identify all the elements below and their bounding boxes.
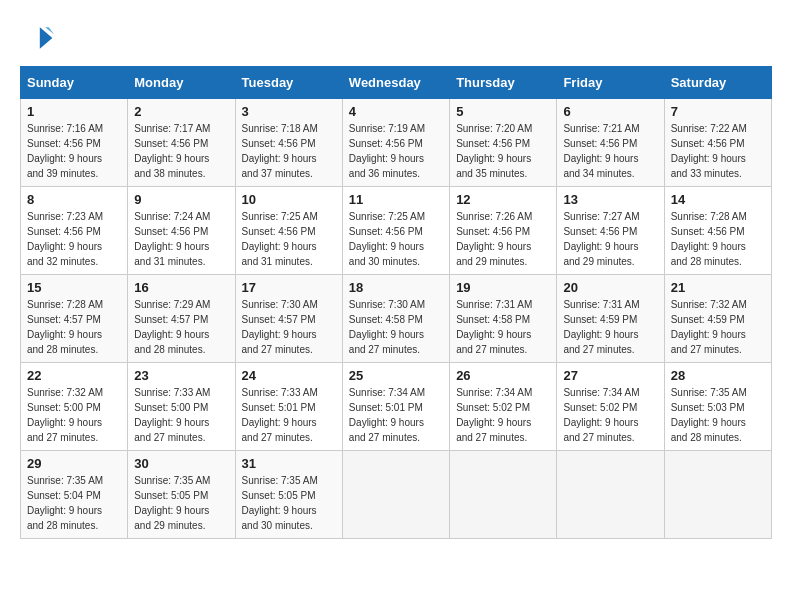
calendar-cell: 26 Sunrise: 7:34 AMSunset: 5:02 PMDaylig… — [450, 363, 557, 451]
day-number: 16 — [134, 280, 228, 295]
logo-icon — [20, 20, 56, 56]
day-detail: Sunrise: 7:30 AMSunset: 4:58 PMDaylight:… — [349, 299, 425, 355]
day-number: 21 — [671, 280, 765, 295]
day-number: 12 — [456, 192, 550, 207]
day-number: 30 — [134, 456, 228, 471]
day-detail: Sunrise: 7:32 AMSunset: 5:00 PMDaylight:… — [27, 387, 103, 443]
calendar-cell: 6 Sunrise: 7:21 AMSunset: 4:56 PMDayligh… — [557, 99, 664, 187]
day-detail: Sunrise: 7:22 AMSunset: 4:56 PMDaylight:… — [671, 123, 747, 179]
day-number: 1 — [27, 104, 121, 119]
day-detail: Sunrise: 7:19 AMSunset: 4:56 PMDaylight:… — [349, 123, 425, 179]
calendar-cell: 29 Sunrise: 7:35 AMSunset: 5:04 PMDaylig… — [21, 451, 128, 539]
calendar-cell: 5 Sunrise: 7:20 AMSunset: 4:56 PMDayligh… — [450, 99, 557, 187]
calendar-cell: 10 Sunrise: 7:25 AMSunset: 4:56 PMDaylig… — [235, 187, 342, 275]
day-detail: Sunrise: 7:31 AMSunset: 4:58 PMDaylight:… — [456, 299, 532, 355]
calendar-cell: 18 Sunrise: 7:30 AMSunset: 4:58 PMDaylig… — [342, 275, 449, 363]
calendar-cell: 13 Sunrise: 7:27 AMSunset: 4:56 PMDaylig… — [557, 187, 664, 275]
calendar-cell: 9 Sunrise: 7:24 AMSunset: 4:56 PMDayligh… — [128, 187, 235, 275]
calendar-cell: 24 Sunrise: 7:33 AMSunset: 5:01 PMDaylig… — [235, 363, 342, 451]
day-detail: Sunrise: 7:18 AMSunset: 4:56 PMDaylight:… — [242, 123, 318, 179]
day-detail: Sunrise: 7:30 AMSunset: 4:57 PMDaylight:… — [242, 299, 318, 355]
day-detail: Sunrise: 7:35 AMSunset: 5:03 PMDaylight:… — [671, 387, 747, 443]
day-number: 24 — [242, 368, 336, 383]
header-day-monday: Monday — [128, 67, 235, 99]
day-number: 5 — [456, 104, 550, 119]
calendar-cell: 3 Sunrise: 7:18 AMSunset: 4:56 PMDayligh… — [235, 99, 342, 187]
day-detail: Sunrise: 7:34 AMSunset: 5:02 PMDaylight:… — [456, 387, 532, 443]
header-day-friday: Friday — [557, 67, 664, 99]
header-day-saturday: Saturday — [664, 67, 771, 99]
page-header — [20, 20, 772, 56]
calendar-cell — [557, 451, 664, 539]
day-number: 18 — [349, 280, 443, 295]
header-day-sunday: Sunday — [21, 67, 128, 99]
day-detail: Sunrise: 7:25 AMSunset: 4:56 PMDaylight:… — [242, 211, 318, 267]
day-detail: Sunrise: 7:27 AMSunset: 4:56 PMDaylight:… — [563, 211, 639, 267]
calendar-cell — [664, 451, 771, 539]
day-detail: Sunrise: 7:28 AMSunset: 4:57 PMDaylight:… — [27, 299, 103, 355]
calendar-cell: 11 Sunrise: 7:25 AMSunset: 4:56 PMDaylig… — [342, 187, 449, 275]
calendar-cell: 17 Sunrise: 7:30 AMSunset: 4:57 PMDaylig… — [235, 275, 342, 363]
calendar-week-1: 1 Sunrise: 7:16 AMSunset: 4:56 PMDayligh… — [21, 99, 772, 187]
day-number: 8 — [27, 192, 121, 207]
calendar-cell: 15 Sunrise: 7:28 AMSunset: 4:57 PMDaylig… — [21, 275, 128, 363]
day-detail: Sunrise: 7:24 AMSunset: 4:56 PMDaylight:… — [134, 211, 210, 267]
calendar-cell: 12 Sunrise: 7:26 AMSunset: 4:56 PMDaylig… — [450, 187, 557, 275]
day-detail: Sunrise: 7:25 AMSunset: 4:56 PMDaylight:… — [349, 211, 425, 267]
calendar-cell: 27 Sunrise: 7:34 AMSunset: 5:02 PMDaylig… — [557, 363, 664, 451]
calendar-cell: 20 Sunrise: 7:31 AMSunset: 4:59 PMDaylig… — [557, 275, 664, 363]
calendar-cell: 14 Sunrise: 7:28 AMSunset: 4:56 PMDaylig… — [664, 187, 771, 275]
day-number: 22 — [27, 368, 121, 383]
header-day-tuesday: Tuesday — [235, 67, 342, 99]
calendar-cell: 7 Sunrise: 7:22 AMSunset: 4:56 PMDayligh… — [664, 99, 771, 187]
day-detail: Sunrise: 7:32 AMSunset: 4:59 PMDaylight:… — [671, 299, 747, 355]
day-number: 26 — [456, 368, 550, 383]
calendar-cell: 31 Sunrise: 7:35 AMSunset: 5:05 PMDaylig… — [235, 451, 342, 539]
day-number: 2 — [134, 104, 228, 119]
header-day-thursday: Thursday — [450, 67, 557, 99]
calendar-cell: 28 Sunrise: 7:35 AMSunset: 5:03 PMDaylig… — [664, 363, 771, 451]
calendar-table: SundayMondayTuesdayWednesdayThursdayFrid… — [20, 66, 772, 539]
day-detail: Sunrise: 7:33 AMSunset: 5:00 PMDaylight:… — [134, 387, 210, 443]
day-detail: Sunrise: 7:20 AMSunset: 4:56 PMDaylight:… — [456, 123, 532, 179]
calendar-cell: 30 Sunrise: 7:35 AMSunset: 5:05 PMDaylig… — [128, 451, 235, 539]
day-number: 10 — [242, 192, 336, 207]
day-detail: Sunrise: 7:34 AMSunset: 5:02 PMDaylight:… — [563, 387, 639, 443]
calendar-week-5: 29 Sunrise: 7:35 AMSunset: 5:04 PMDaylig… — [21, 451, 772, 539]
day-number: 11 — [349, 192, 443, 207]
header-day-wednesday: Wednesday — [342, 67, 449, 99]
day-detail: Sunrise: 7:26 AMSunset: 4:56 PMDaylight:… — [456, 211, 532, 267]
day-detail: Sunrise: 7:35 AMSunset: 5:04 PMDaylight:… — [27, 475, 103, 531]
calendar-cell: 25 Sunrise: 7:34 AMSunset: 5:01 PMDaylig… — [342, 363, 449, 451]
calendar-cell: 1 Sunrise: 7:16 AMSunset: 4:56 PMDayligh… — [21, 99, 128, 187]
calendar-cell: 16 Sunrise: 7:29 AMSunset: 4:57 PMDaylig… — [128, 275, 235, 363]
logo — [20, 20, 60, 56]
day-number: 29 — [27, 456, 121, 471]
day-detail: Sunrise: 7:35 AMSunset: 5:05 PMDaylight:… — [242, 475, 318, 531]
day-number: 4 — [349, 104, 443, 119]
day-detail: Sunrise: 7:29 AMSunset: 4:57 PMDaylight:… — [134, 299, 210, 355]
day-number: 3 — [242, 104, 336, 119]
calendar-cell — [342, 451, 449, 539]
calendar-cell: 23 Sunrise: 7:33 AMSunset: 5:00 PMDaylig… — [128, 363, 235, 451]
calendar-cell: 2 Sunrise: 7:17 AMSunset: 4:56 PMDayligh… — [128, 99, 235, 187]
day-number: 19 — [456, 280, 550, 295]
calendar-header-row: SundayMondayTuesdayWednesdayThursdayFrid… — [21, 67, 772, 99]
calendar-cell: 21 Sunrise: 7:32 AMSunset: 4:59 PMDaylig… — [664, 275, 771, 363]
day-detail: Sunrise: 7:33 AMSunset: 5:01 PMDaylight:… — [242, 387, 318, 443]
calendar-cell: 22 Sunrise: 7:32 AMSunset: 5:00 PMDaylig… — [21, 363, 128, 451]
day-number: 17 — [242, 280, 336, 295]
day-number: 25 — [349, 368, 443, 383]
calendar-cell: 19 Sunrise: 7:31 AMSunset: 4:58 PMDaylig… — [450, 275, 557, 363]
calendar-cell: 4 Sunrise: 7:19 AMSunset: 4:56 PMDayligh… — [342, 99, 449, 187]
day-number: 7 — [671, 104, 765, 119]
day-detail: Sunrise: 7:35 AMSunset: 5:05 PMDaylight:… — [134, 475, 210, 531]
day-number: 14 — [671, 192, 765, 207]
day-detail: Sunrise: 7:28 AMSunset: 4:56 PMDaylight:… — [671, 211, 747, 267]
calendar-week-2: 8 Sunrise: 7:23 AMSunset: 4:56 PMDayligh… — [21, 187, 772, 275]
day-number: 31 — [242, 456, 336, 471]
calendar-cell — [450, 451, 557, 539]
calendar-body: 1 Sunrise: 7:16 AMSunset: 4:56 PMDayligh… — [21, 99, 772, 539]
day-number: 20 — [563, 280, 657, 295]
day-detail: Sunrise: 7:21 AMSunset: 4:56 PMDaylight:… — [563, 123, 639, 179]
